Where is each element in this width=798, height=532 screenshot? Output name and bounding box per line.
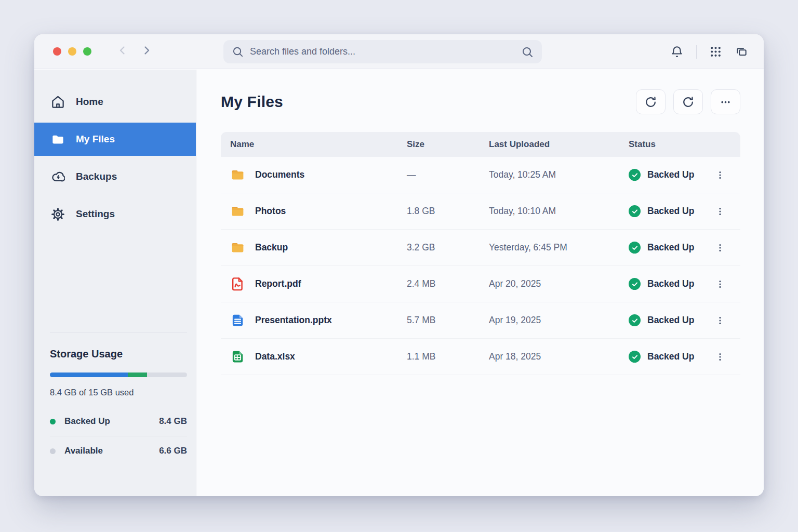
search-icon-right[interactable] [521,46,534,58]
gear-icon [51,207,65,221]
spreadsheet-file-icon [230,349,245,364]
storage-usage-text: 8.4 GB of 15 GB used [50,388,196,397]
storage-usage-section: Storage Usage 8.4 GB of 15 GB used Backe… [34,332,196,459]
zoom-window-button[interactable] [83,47,91,56]
table-row[interactable]: Backup 3.2 GB Yesterday, 6:45 PM Backed … [221,230,740,266]
file-name-cell: Backup [230,240,407,255]
file-size: 3.2 GB [407,242,489,253]
backed-up-dot [50,419,56,424]
sidebar-item-home[interactable]: Home [34,85,196,118]
available-dot [50,448,56,454]
topbar-divider [696,45,697,59]
row-menu-kebab-icon[interactable] [711,201,729,222]
file-name-cell: Documents [230,167,407,182]
row-menu-kebab-icon[interactable] [711,165,729,185]
sync-button[interactable] [673,89,703,114]
table-row[interactable]: Presentation.pptx 5.7 MB Apr 19, 2025 Ba… [221,302,740,339]
refresh-button[interactable] [636,89,666,114]
file-status: Backed Up [629,169,711,181]
file-status: Backed Up [629,351,711,363]
close-window-button[interactable] [53,47,61,56]
sidebar-item-label: Home [76,96,103,108]
file-name: Documents [255,169,304,180]
search-icon [232,46,244,58]
file-size: 2.4 MB [407,278,489,289]
presentation-file-icon [230,313,245,328]
legend-label: Backed Up [64,416,110,427]
folder-icon [230,204,245,219]
column-header-name: Name [230,139,407,150]
status-label: Backed Up [647,315,694,326]
storage-legend: Backed Up 8.4 GB Available 6.6 GB [50,413,187,459]
table-row[interactable]: Documents — Today, 10:25 AM Backed Up [221,157,740,193]
row-menu-kebab-icon[interactable] [711,347,729,367]
storage-progress-bar [50,373,187,377]
folder-icon [230,240,245,255]
legend-row-backed-up: Backed Up 8.4 GB [50,413,187,430]
file-last-uploaded: Apr 19, 2025 [489,315,629,326]
table-body: Documents — Today, 10:25 AM Backed Up [221,157,740,375]
sidebar-item-settings[interactable]: Settings [34,197,196,231]
table-row[interactable]: Report.pdf 2.4 MB Apr 20, 2025 Backed Up [221,266,740,302]
apps-grid-icon[interactable] [709,45,722,58]
legend-value: 6.6 GB [159,446,187,456]
row-menu-kebab-icon[interactable] [711,237,729,258]
file-name-cell: Photos [230,204,407,219]
table-header: Name Size Last Uploaded Status [221,132,740,157]
status-label: Backed Up [647,351,694,362]
storage-divider [50,332,187,332]
legend-label: Available [64,446,103,456]
file-last-uploaded: Yesterday, 6:45 PM [489,242,629,253]
legend-value: 8.4 GB [159,416,187,427]
file-name: Backup [255,242,288,253]
back-icon[interactable] [116,44,129,59]
table-row[interactable]: Data.xlsx 1.1 MB Apr 18, 2025 Backed Up [221,339,740,375]
backed-up-check-icon [629,351,641,363]
main-content: My Files Name Size Last Uploaded Status [197,70,764,496]
backed-up-check-icon [629,242,641,254]
file-name: Data.xlsx [255,351,295,362]
search-input[interactable] [250,46,515,57]
storage-title: Storage Usage [50,348,196,360]
backed-up-check-icon [629,278,641,290]
nav-arrows [116,44,153,59]
minimize-window-button[interactable] [68,47,76,56]
more-options-button[interactable] [711,89,740,114]
sidebar-item-backups[interactable]: Backups [34,160,196,193]
search-bar[interactable] [223,40,542,63]
file-size: — [407,169,489,180]
topbar-actions [670,34,748,69]
notifications-bell-icon[interactable] [670,45,684,59]
status-label: Backed Up [647,169,694,180]
cloud-backup-icon [51,170,65,184]
windows-overlap-icon[interactable] [735,45,748,59]
app-window: Home My Files Backups [34,34,764,496]
file-status: Backed Up [629,314,711,326]
row-menu-kebab-icon[interactable] [711,274,729,295]
folder-icon [51,132,65,147]
column-header-status: Status [629,139,711,150]
files-table: Name Size Last Uploaded Status Documents [221,132,740,375]
backed-up-check-icon [629,205,641,217]
legend-row-available: Available 6.6 GB [50,443,187,459]
folder-icon [230,167,245,182]
file-last-uploaded: Apr 20, 2025 [489,278,629,289]
file-status: Backed Up [629,242,711,254]
file-name: Report.pdf [255,278,301,289]
file-size: 5.7 MB [407,315,489,326]
page-title: My Files [221,93,283,111]
backed-up-check-icon [629,314,641,326]
status-label: Backed Up [647,206,694,217]
toolbar [636,89,740,114]
backed-up-check-icon [629,169,641,181]
sidebar-item-my-files[interactable]: My Files [34,123,196,156]
file-name: Presentation.pptx [255,315,332,326]
status-label: Backed Up [647,242,694,253]
table-row[interactable]: Photos 1.8 GB Today, 10:10 AM Backed Up [221,193,740,230]
legend-divider [50,436,187,436]
file-status: Backed Up [629,205,711,217]
file-last-uploaded: Today, 10:25 AM [489,169,629,180]
forward-icon[interactable] [140,44,153,59]
row-menu-kebab-icon[interactable] [711,310,729,331]
file-last-uploaded: Today, 10:10 AM [489,206,629,217]
